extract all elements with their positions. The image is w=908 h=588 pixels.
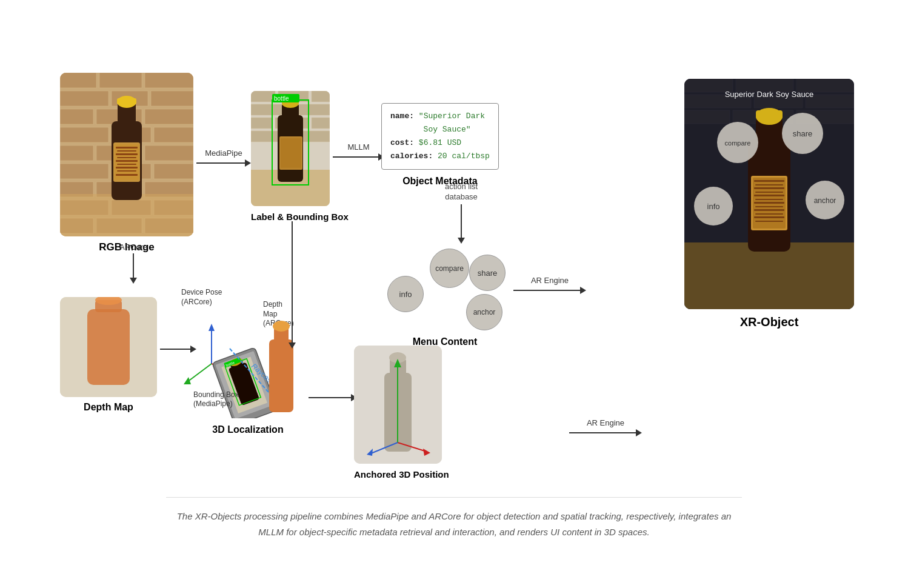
svg-rect-36: [117, 150, 136, 152]
diagram-container: RGB Image ARCore MediaPipe: [30, 36, 878, 552]
menu-circles-container: info compare share anchor: [381, 236, 509, 333]
svg-rect-7: [60, 109, 93, 124]
mllm-arrow-group: MLLM: [333, 142, 384, 161]
meta-name-key: name:: [390, 112, 414, 121]
svg-rect-9: [145, 109, 193, 124]
svg-marker-108: [209, 324, 215, 331]
svg-rect-72: [684, 110, 730, 124]
svg-rect-91: [755, 213, 783, 215]
svg-rect-93: [755, 221, 783, 222]
meta-calories-key: calories:: [390, 152, 433, 161]
svg-rect-85: [755, 192, 783, 193]
svg-text:info: info: [707, 202, 720, 211]
svg-rect-82: [754, 180, 784, 182]
ar-engine-2-head: [636, 429, 642, 436]
svg-rect-88: [754, 202, 784, 204]
xr-object-label: XR-Object: [684, 315, 854, 329]
svg-rect-87: [755, 199, 783, 200]
xr-svg: info compare share anchor Superior Dark …: [684, 79, 854, 309]
ar-engine-2-label: AR Engine: [587, 418, 624, 427]
svg-rect-89: [755, 206, 783, 207]
bbox-image-box: bottle: [251, 91, 330, 206]
meta-cost-val: $6.81 USD: [419, 138, 461, 147]
svg-text:Superior Dark Soy Sauce: Superior Dark Soy Sauce: [725, 90, 814, 99]
ar-engine-1-group: AR Engine: [513, 276, 586, 294]
brick-pattern-svg: [60, 73, 193, 236]
metadata-title: Object Metadata: [381, 176, 499, 187]
bbox-svg: bottle: [251, 91, 330, 206]
depth-map-section: Depth Map: [60, 297, 157, 413]
svg-line-111: [187, 364, 212, 382]
metadata-box: name: "Superior Dark Soy Sauce" cost: $6…: [381, 103, 499, 170]
svg-rect-83: [755, 184, 783, 185]
svg-rect-1: [60, 73, 96, 88]
svg-text:share: share: [793, 129, 813, 138]
svg-rect-86: [754, 195, 784, 196]
bbox-to-loc-arrow: [289, 221, 296, 349]
anchored-section: Anchored 3D Position: [354, 346, 449, 481]
svg-rect-104: [87, 309, 130, 385]
svg-rect-52: [312, 118, 330, 129]
svg-rect-6: [151, 91, 193, 106]
bbox-loc-line: [292, 221, 293, 342]
anchored-label: Anchored 3D Position: [354, 469, 449, 481]
svg-rect-37: [116, 153, 138, 155]
loc-to-anchor-arrow: [309, 394, 357, 401]
svg-rect-92: [754, 216, 784, 218]
svg-point-126: [273, 321, 290, 332]
mediapipe-head: [245, 159, 251, 167]
bbox-loc-head: [289, 342, 296, 349]
svg-rect-79: [756, 110, 783, 119]
localization-section: Device Pose(ARCore) Depth Map(ARCore): [175, 291, 296, 412]
arcore-arrow-head: [130, 278, 137, 284]
svg-rect-75: [684, 242, 854, 309]
ar-engine-1-head: [580, 287, 586, 294]
xr-image-box: info compare share anchor Superior Dark …: [684, 79, 854, 309]
mllm-line: [333, 156, 378, 158]
bbox-label: Label & Bounding Box: [251, 211, 349, 223]
depth-map-label: Depth Map: [60, 402, 157, 413]
action-list-line: [461, 204, 462, 238]
arcore-arrow-line: [133, 253, 134, 278]
rgb-image-section: RGB Image: [60, 73, 193, 253]
svg-rect-4: [60, 91, 108, 106]
svg-rect-50: [251, 118, 272, 129]
anchored-box: [354, 346, 442, 464]
svg-rect-10: [60, 127, 108, 142]
svg-rect-43: [116, 174, 138, 176]
svg-rect-47: [312, 91, 330, 102]
anchored-svg: [354, 346, 442, 464]
action-list-label: action listdatabase: [445, 182, 478, 202]
svg-rect-48: [251, 104, 284, 115]
svg-text:anchor: anchor: [814, 196, 836, 205]
svg-rect-2: [99, 73, 142, 88]
rgb-image-box: [60, 73, 193, 236]
svg-rect-40: [117, 164, 136, 165]
mediapipe-arrow-group: MediaPipe: [196, 149, 251, 167]
mediapipe-line: [196, 162, 245, 164]
svg-rect-32: [117, 98, 136, 104]
svg-rect-35: [116, 147, 138, 149]
svg-rect-13: [60, 145, 93, 161]
svg-rect-61: [281, 138, 301, 168]
svg-rect-42: [117, 170, 136, 172]
ar-engine-1-line: [513, 290, 580, 291]
svg-rect-28: [60, 194, 193, 236]
mediapipe-label: MediaPipe: [205, 149, 242, 158]
xr-object-section: info compare share anchor Superior Dark …: [684, 79, 854, 329]
menu-circle-info: info: [387, 276, 424, 312]
caption: The XR-Objects processing pipeline combi…: [166, 497, 742, 540]
svg-rect-124: [269, 339, 293, 412]
ar-engine-1-label: AR Engine: [531, 276, 569, 285]
svg-rect-18: [154, 164, 193, 179]
svg-rect-38: [117, 157, 136, 158]
bounding-box-mediapipe-label: Bounding Box(MediaPipe): [193, 390, 239, 409]
localization-label: 3D Localization: [187, 424, 309, 435]
svg-rect-3: [145, 73, 193, 88]
menu-circle-compare: compare: [430, 249, 469, 288]
svg-text:bottle: bottle: [274, 95, 289, 102]
svg-rect-12: [154, 127, 193, 142]
ar-engine-2-group: AR Engine: [569, 418, 642, 436]
ar-engine-2-line: [569, 432, 636, 433]
arcore-arrow-group: ARCore: [119, 242, 147, 284]
